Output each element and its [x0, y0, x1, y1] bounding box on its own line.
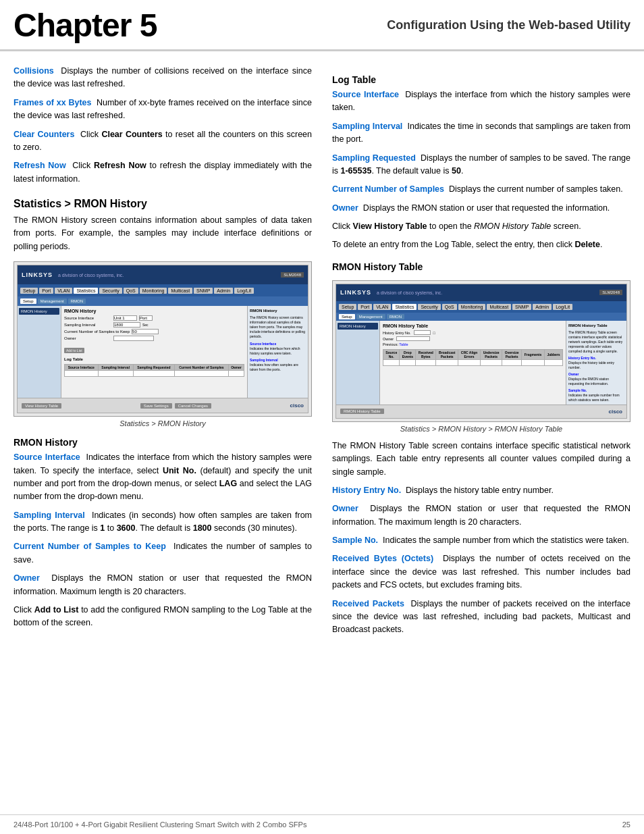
log-table-label: Log Table [64, 357, 244, 361]
owner-term-left: Owner [14, 573, 40, 583]
filter-row-history-entry: History Entry No. □ [383, 330, 563, 335]
device-subtitle1: a division of cisco systems, inc. [58, 273, 124, 278]
nav2-vlan: VLAN [373, 304, 391, 310]
nav2-multicast: Multicast [487, 304, 511, 310]
subnav-setup: Setup [20, 298, 36, 304]
nav-multicast: Multicast [168, 288, 192, 294]
current-samples-right-term: Current Number of Samples [332, 184, 444, 194]
device-header1: LINKSYS a division of cisco systems, inc… [18, 265, 308, 284]
device-header2: LINKSYS a division of cisco systems, inc… [336, 284, 626, 301]
sidebar2-rmon-history: RMON History [338, 323, 378, 330]
nav-loglit: Log/Lit [234, 288, 254, 294]
current-samples-para-left: Current Number of Samples to Keep Indica… [14, 540, 312, 567]
owner-para-left: Owner Displays the RMON station or user … [14, 572, 312, 598]
screenshot2-caption: Statistics > RMON History > RMON History… [332, 425, 630, 433]
current-samples-right-para: Current Number of Samples Displays the c… [332, 183, 630, 196]
sampling-interval-right-term: Sampling Interval [332, 122, 402, 131]
right-column: Log Table Source Interface Displays the … [332, 65, 630, 642]
form-row-source: Source Interface Unit 1 Port [64, 315, 244, 321]
frames-term: Frames of xx Bytes [14, 98, 91, 107]
received-packets-para: Received Packets Displays the number of … [332, 598, 630, 637]
source-interface-term: Source Interface [14, 452, 80, 462]
nav2-statistics: Statistics [392, 304, 417, 310]
nav-setup: Setup [20, 288, 38, 294]
linksys-logo1: LINKSYS [22, 271, 53, 278]
device-nav2: Setup Port VLAN Statistics Security QoS … [336, 301, 626, 312]
device-model2: SLM2048 [599, 290, 622, 295]
form-row-interval: Sampling Interval 1800 Sec [64, 322, 244, 328]
sampling-interval-para-left: Sampling Interval Indicates (in seconds)… [14, 509, 312, 536]
footer-left: 24/48-Port 10/100 + 4-Port Gigabit Resil… [14, 820, 306, 829]
page-header: Chapter 5 Configuration Using the Web-ba… [0, 0, 644, 51]
owner-right2-term: Owner [332, 504, 358, 513]
device-main1: RMON History Source Interface Unit 1 Por… [61, 306, 247, 398]
screenshot1-box: LINKSYS a division of cisco systems, inc… [14, 261, 312, 417]
device-sidebar2: RMON History [336, 321, 380, 404]
nav-admin: Admin [214, 288, 233, 294]
device-sidebar1: RMON History [18, 306, 61, 398]
current-samples-term-left: Current Number of Samples to Keep [14, 542, 166, 551]
collisions-term: Collisions [14, 66, 54, 76]
screenshot1-caption: Statistics > RMON History [14, 419, 312, 427]
received-bytes-para: Received Bytes (Octets) Displays the num… [332, 552, 630, 592]
form-row-samples: Current Number of Samples to Keep 50 [64, 329, 244, 334]
nav2-loglit: Log/Lit [553, 304, 572, 310]
nav-vlan: VLAN [55, 288, 72, 294]
nav2-qos: QoS [442, 304, 457, 310]
linksys-logo2: LINKSYS [340, 289, 371, 296]
owner-right-para: Owner Displays the RMON station or user … [332, 202, 630, 215]
statistics-rmon-intro: The RMON History screen contains informa… [14, 214, 312, 253]
device-bottom1: View History Table Save Settings Cancel … [18, 398, 308, 413]
log-table-sim: Source Interface Sampling Interval Sampl… [64, 364, 244, 377]
chapter-title: Chapter 5 [14, 7, 157, 44]
nav2-setup: Setup [339, 304, 356, 310]
page-footer: 24/48-Port 10/100 + 4-Port Gigabit Resil… [0, 814, 644, 834]
subnav2-setup: Setup [339, 314, 355, 319]
nav2-security: Security [418, 304, 440, 310]
sub-nav1: Setup Management RMON [18, 296, 308, 306]
sampling-requested-para: Sampling Requested Displays the number o… [332, 152, 630, 178]
filter-row-owner: Owner [383, 336, 563, 341]
cisco-logo2: cisco [609, 409, 622, 415]
received-packets-term: Received Packets [332, 599, 404, 608]
device-nav1: Setup Port VLAN Statistics Security QoS … [18, 284, 308, 296]
device-screenshot1: LINKSYS a division of cisco systems, inc… [17, 265, 308, 413]
view-history-btn-sim: View History Table [22, 403, 61, 409]
form-row-owner: Owner [64, 336, 244, 341]
cisco-logo1: cisco [290, 402, 304, 409]
sampling-interval-term-left: Sampling Interval [14, 511, 85, 520]
source-interface-para: Source Interface Indicates the interface… [14, 451, 312, 504]
rmon-history-table-title: RMON History Table [383, 323, 563, 328]
device-bottom2: RMON History Table cisco [336, 405, 626, 418]
owner-right2-para: Owner Displays the RMON station or user … [332, 502, 630, 529]
device-body2: RMON History RMON History Table History … [336, 321, 626, 404]
footer-right: 25 [622, 820, 630, 829]
add-to-list-btn-sim: Add to List [64, 348, 84, 353]
add-to-list-area: Add to List [64, 344, 244, 354]
cancel-changes-btn-sim: Cancel Changes [175, 403, 211, 409]
nav2-snmp: SNMP [512, 304, 531, 310]
bottom-actions: Save Settings Cancel Changes [140, 403, 211, 409]
nav2-monitoring: Monitoring [458, 304, 486, 310]
owner-right-term: Owner [332, 203, 358, 213]
sampling-requested-term: Sampling Requested [332, 153, 416, 163]
nav-snmp: SNMP [194, 288, 213, 294]
rmon-history-table-heading: RMON History Table [332, 261, 630, 272]
previous-label: Previous: Table [383, 342, 563, 346]
device-body1: RMON History RMON History Source Interfa… [18, 306, 308, 398]
device-right-panel2: RMON History Table The RMON History Tabl… [566, 321, 626, 404]
source-interface-right-term: Source Interface [332, 90, 399, 99]
received-bytes-term: Received Bytes (Octets) [332, 554, 433, 563]
source-interface-right-para: Source Interface Displays the interface … [332, 88, 630, 115]
refresh-now-term: Refresh Now [14, 161, 66, 170]
nav-statistics: Statistics [74, 288, 98, 294]
sidebar-rmon-history: RMON History [19, 308, 59, 315]
device-screenshot2: LINKSYS a division of cisco systems, inc… [336, 284, 627, 419]
history-entry-no-para: History Entry No. Displays the history t… [332, 484, 630, 497]
refresh-now-para: Refresh Now Click Refresh Now to refresh… [14, 159, 312, 186]
delete-note: To delete an entry from the Log Table, s… [332, 238, 630, 251]
screenshot2-box: LINKSYS a division of cisco systems, inc… [332, 280, 630, 422]
history-entry-no-term: History Entry No. [332, 486, 401, 495]
rmon-history-title: RMON History [64, 309, 244, 313]
device-model1: SLM2048 [281, 272, 304, 278]
